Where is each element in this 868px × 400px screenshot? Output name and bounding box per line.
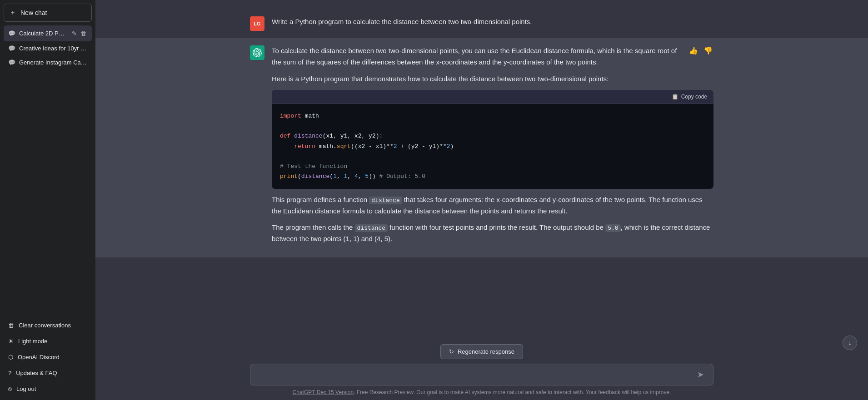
assistant-explain1: This program defines a function distance… xyxy=(272,194,713,217)
logout-button[interactable]: ⎋ Log out xyxy=(4,381,92,396)
chat-item-label: Generate Instagram Caption xyxy=(19,59,87,66)
discord-icon: ⬡ xyxy=(8,354,13,360)
trash-icon: 🗑 xyxy=(8,322,14,329)
new-chat-button[interactable]: ＋ New chat xyxy=(4,4,92,22)
delete-chat-button[interactable]: 🗑 xyxy=(80,29,87,38)
code-block-wrapper: 📋 Copy code import math def distance(x1,… xyxy=(272,90,713,189)
chat-item-label: Calculate 2D Point Dis xyxy=(19,30,67,37)
chat-item-calc2d[interactable]: 💬 Calculate 2D Point Dis ✎ 🗑 xyxy=(4,25,92,41)
regenerate-button[interactable]: ↻ Regenerate response xyxy=(440,344,523,359)
question-icon: ? xyxy=(8,370,11,376)
edit-chat-button[interactable]: ✎ xyxy=(71,29,78,38)
inline-code-50: 5.0 xyxy=(605,224,620,232)
chat-item-creative[interactable]: 💬 Creative Ideas for 10yr Birthc xyxy=(4,41,92,55)
new-chat-label: New chat xyxy=(20,9,47,16)
scroll-down-button[interactable]: ↓ xyxy=(843,336,857,350)
footer-link[interactable]: ChatGPT Dec 15 Version xyxy=(293,389,354,395)
user-message-content: Write a Python program to calculate the … xyxy=(272,16,713,31)
chat-history: 💬 Calculate 2D Point Dis ✎ 🗑 💬 Creative … xyxy=(4,25,92,310)
sidebar-divider xyxy=(4,314,92,314)
regenerate-label: Regenerate response xyxy=(458,348,514,355)
send-button[interactable]: ➤ xyxy=(694,369,707,380)
assistant-message-content: To calculate the distance between two tw… xyxy=(272,45,713,250)
thumbs-down-button[interactable]: 👎 xyxy=(703,45,713,56)
assistant-explain2: The program then calls the distance func… xyxy=(272,222,713,245)
inline-code-distance2: distance xyxy=(355,224,388,232)
clear-label: Clear conversations xyxy=(19,322,71,329)
copy-code-label: Copy code xyxy=(681,94,707,100)
assistant-lead-text: Here is a Python program that demonstrat… xyxy=(272,74,713,85)
user-avatar: LG xyxy=(250,16,264,31)
chevron-down-icon: ↓ xyxy=(848,340,852,346)
footer-text: . Free Research Preview. Our goal is to … xyxy=(354,389,671,395)
chat-icon: 💬 xyxy=(8,59,15,66)
chat-icon: 💬 xyxy=(8,30,15,37)
plus-icon: ＋ xyxy=(10,9,16,17)
refresh-icon: ↻ xyxy=(449,348,454,355)
sidebar-bottom: 🗑 Clear conversations ☀ Light mode ⬡ Ope… xyxy=(4,318,92,396)
chat-input[interactable] xyxy=(257,369,694,380)
code-block: import math def distance(x1, y1, x2, y2)… xyxy=(272,104,713,189)
user-message-row: LG Write a Python program to calculate t… xyxy=(95,9,868,38)
discord-button[interactable]: ⬡ OpenAI Discord xyxy=(4,350,92,365)
updates-label: Updates & FAQ xyxy=(16,370,57,376)
chat-area: LG Write a Python program to calculate t… xyxy=(95,0,868,340)
send-icon: ➤ xyxy=(697,370,704,379)
code-block-header: 📋 Copy code xyxy=(272,90,713,104)
light-mode-button[interactable]: ☀ Light mode xyxy=(4,334,92,349)
chat-input-row: ➤ xyxy=(250,364,713,385)
thumbs-up-button[interactable]: 👍 xyxy=(688,45,699,56)
copy-code-button[interactable]: 📋 Copy code xyxy=(672,94,707,100)
updates-faq-button[interactable]: ? Updates & FAQ xyxy=(4,365,92,380)
bottom-bar: ↻ Regenerate response ➤ ChatGPT Dec 15 V… xyxy=(95,340,868,400)
assistant-message-row: To calculate the distance between two tw… xyxy=(95,38,868,257)
light-mode-label: Light mode xyxy=(18,338,47,345)
inline-code-distance1: distance xyxy=(369,197,402,204)
copy-icon: 📋 xyxy=(672,94,678,100)
main-content: LG Write a Python program to calculate t… xyxy=(95,0,868,400)
assistant-avatar xyxy=(250,45,264,60)
clear-conversations-button[interactable]: 🗑 Clear conversations xyxy=(4,318,92,333)
sidebar: ＋ New chat 💬 Calculate 2D Point Dis ✎ 🗑 … xyxy=(0,0,95,400)
discord-label: OpenAI Discord xyxy=(18,354,60,360)
chat-item-instagram[interactable]: 💬 Generate Instagram Caption xyxy=(4,55,92,69)
chat-icon: 💬 xyxy=(8,45,15,52)
regenerate-row: ↻ Regenerate response xyxy=(250,344,713,359)
chat-item-actions: ✎ 🗑 xyxy=(71,29,87,38)
logout-icon: ⎋ xyxy=(8,385,12,392)
footer: ChatGPT Dec 15 Version. Free Research Pr… xyxy=(250,389,713,395)
logout-label: Log out xyxy=(16,385,36,392)
sun-icon: ☀ xyxy=(8,338,14,345)
chat-item-label: Creative Ideas for 10yr Birthc xyxy=(19,45,87,52)
user-message-text: Write a Python program to calculate the … xyxy=(272,18,532,25)
assistant-intro-text: To calculate the distance between two tw… xyxy=(272,45,683,68)
